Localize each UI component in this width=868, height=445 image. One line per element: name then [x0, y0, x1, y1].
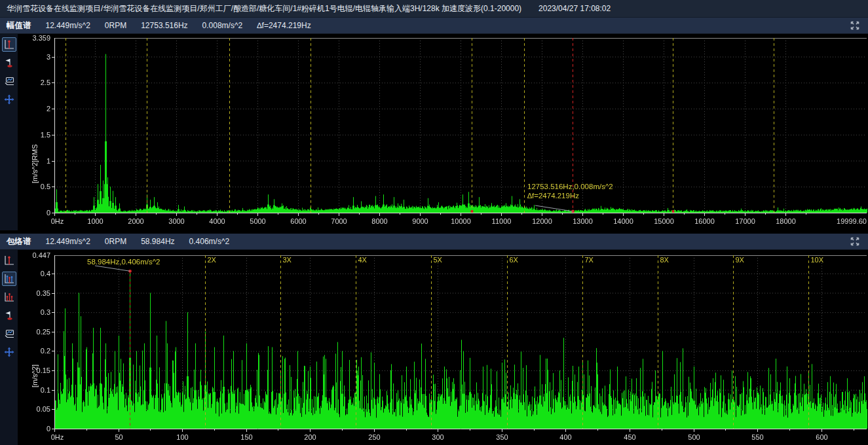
y-axis-unit: [m/s^2]RMS	[31, 144, 39, 183]
cursor-annotation-delta: ∆f=2474.219Hz	[527, 191, 613, 200]
titlebar: 华润雪花设备在线监测项目/华润雪花设备在线监测项目/郑州工厂/酿造部/糖化车间/…	[0, 0, 868, 18]
stat-cursor-frequency: 58.984Hz	[141, 237, 174, 246]
envelope-spectrum-chart[interactable]: 2X3X4X5X6X7X8X9X10X00.050.10.150.20.250.…	[18, 250, 868, 445]
harmonic-cursor-tool[interactable]	[2, 272, 16, 286]
amplitude-toolbar	[0, 34, 18, 230]
envelope-panel-header: 包络谱 12.449m/s^2 0RPM 58.984Hz 0.406m/s^2	[0, 234, 868, 250]
report-chart-tool[interactable]	[2, 74, 16, 88]
sideband-cursor-tool[interactable]	[2, 290, 16, 304]
envelope-toolbar	[0, 250, 18, 445]
amplitude-panel-header: 幅值谱 12.449m/s^2 0RPM 12753.516Hz 0.008m/…	[0, 18, 868, 34]
envelope-panel-title: 包络谱	[7, 236, 31, 247]
datetime-label: 2023/04/27 17:08:02	[538, 4, 611, 13]
cursor-annotation-value: 58.984Hz,0.406m/s^2	[87, 257, 160, 266]
amplitude-panel-body: 00.511.522.533.3590Hz1000200030004000500…	[0, 34, 868, 230]
flag-marker-tool[interactable]	[2, 308, 16, 323]
stat-rpm: 0RPM	[105, 21, 126, 30]
app-root: 华润雪花设备在线监测项目/华润雪花设备在线监测项目/郑州工厂/酿造部/糖化车间/…	[0, 0, 868, 445]
cursor-annotation: 58.984Hz,0.406m/s^2	[87, 257, 160, 266]
single-cursor-tool[interactable]	[2, 253, 16, 268]
expand-icon[interactable]	[848, 19, 861, 32]
stat-rpm: 0RPM	[105, 237, 126, 246]
stat-cursor-frequency: 12753.516Hz	[141, 21, 187, 30]
report-chart-tool[interactable]	[2, 327, 16, 341]
envelope-panel-body: 2X3X4X5X6X7X8X9X10X00.050.10.150.20.250.…	[0, 250, 868, 445]
stat-cursor-amplitude: 0.008m/s^2	[202, 21, 243, 30]
stat-overall-rms: 12.449m/s^2	[46, 237, 90, 246]
stat-delta-frequency: ∆f=2474.219Hz	[257, 21, 311, 30]
stat-overall-rms: 12.449m/s^2	[46, 21, 90, 30]
cursor-annotation-value: 12753.516Hz,0.008m/s^2	[527, 182, 613, 191]
breadcrumb: 华润雪花设备在线监测项目/华润雪花设备在线监测项目/郑州工厂/酿造部/糖化车间/…	[7, 3, 521, 14]
stat-cursor-amplitude: 0.406m/s^2	[189, 237, 230, 246]
amplitude-spectrum-chart[interactable]: 00.511.522.533.3590Hz1000200030004000500…	[18, 34, 868, 230]
flag-marker-tool[interactable]	[2, 56, 16, 70]
cursor-annotation: 12753.516Hz,0.008m/s^2 ∆f=2474.219Hz	[527, 182, 613, 200]
pan-move-tool[interactable]	[2, 345, 16, 359]
pan-move-tool[interactable]	[2, 92, 16, 107]
expand-icon[interactable]	[848, 235, 861, 248]
single-cursor-tool[interactable]	[2, 37, 16, 52]
amplitude-panel-title: 幅值谱	[7, 20, 31, 31]
y-axis-unit: [m/s^2]	[31, 365, 39, 387]
